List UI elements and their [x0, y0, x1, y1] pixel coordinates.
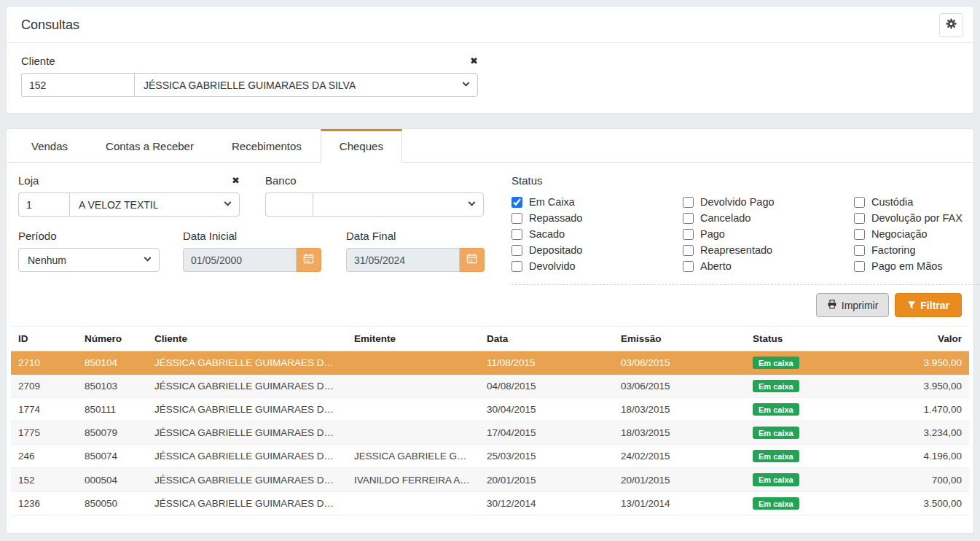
checkbox-input[interactable]: [683, 261, 694, 272]
filters-section: Loja ✖ A VELOZ TEXTIL Banco: [7, 163, 973, 285]
column-header-cliente[interactable]: Cliente: [147, 327, 347, 351]
column-header-emitente[interactable]: Emitente: [347, 327, 479, 351]
status-checkbox[interactable]: Pago em Mãos: [854, 258, 980, 274]
status-checkbox[interactable]: Factoring: [854, 242, 980, 258]
data-inicial-input[interactable]: [183, 248, 297, 272]
status-checkbox[interactable]: Devolução por FAX: [854, 210, 980, 226]
cell-numero: 850079: [77, 421, 147, 445]
loja-label: Loja: [18, 174, 39, 187]
checkbox-input[interactable]: [511, 245, 522, 256]
checkbox-input[interactable]: [854, 213, 865, 224]
cliente-filter: Cliente ✖ JÉSSICA GABRIELLE GUIMARAES DA…: [21, 55, 478, 97]
status-checkbox[interactable]: Negociação: [854, 226, 980, 242]
cell-emissao: 20/01/2015: [614, 468, 745, 491]
checkbox-input[interactable]: [511, 229, 522, 240]
status-checkbox[interactable]: Cancelado: [683, 210, 854, 226]
tab-cheques[interactable]: Cheques: [321, 129, 402, 163]
data-final-input[interactable]: [346, 248, 460, 272]
data-inicial-calendar-button[interactable]: [297, 248, 321, 272]
cliente-code-input[interactable]: [21, 73, 134, 97]
status-badge: Em caixa: [753, 497, 799, 510]
table-row[interactable]: 1774 850111 JÉSSICA GABRIELLE GUIMARAES …: [11, 398, 969, 421]
cell-id: 1236: [11, 491, 77, 515]
status-checkbox[interactable]: Repassado: [511, 210, 683, 226]
cell-numero: 850104: [77, 351, 147, 375]
table-row[interactable]: 1775 850079 JÉSSICA GABRIELLE GUIMARAES …: [11, 421, 969, 445]
imprimir-label: Imprimir: [842, 300, 879, 311]
cell-numero: 850103: [77, 375, 147, 398]
cell-cliente: JÉSSICA GABRIELLE GUIMARAES DA SILVA: [147, 491, 347, 515]
checkbox-input[interactable]: [511, 261, 522, 272]
cell-cliente: JÉSSICA GABRIELLE GUIMARAES DA SILVA: [147, 398, 347, 421]
banco-code-input[interactable]: [265, 192, 313, 217]
settings-button[interactable]: [939, 13, 963, 37]
banco-select[interactable]: [313, 192, 484, 217]
table-row[interactable]: 246 850074 JÉSSICA GABRIELLE GUIMARAES D…: [11, 445, 969, 468]
data-inicial-label: Data Inicial: [183, 230, 237, 242]
status-checkbox[interactable]: Aberto: [683, 258, 854, 274]
table-row[interactable]: 1236 850050 JÉSSICA GABRIELLE GUIMARAES …: [11, 491, 969, 515]
cell-id: 246: [11, 445, 77, 468]
column-header-status[interactable]: Status: [745, 327, 853, 351]
checkbox-input[interactable]: [511, 213, 522, 224]
status-checkbox[interactable]: Em Caixa: [511, 194, 683, 210]
cell-id: 1775: [11, 421, 77, 445]
calendar-icon: [303, 253, 314, 267]
cheques-table: ID Número Cliente Emitente Data Emissão …: [11, 326, 969, 515]
column-header-data[interactable]: Data: [479, 327, 614, 351]
periodo-select[interactable]: Nenhum: [18, 248, 160, 272]
status-checkbox[interactable]: Devolvido: [511, 258, 683, 274]
data-final-calendar-button[interactable]: [460, 248, 485, 272]
status-badge: Em caixa: [753, 450, 799, 462]
filtrar-button[interactable]: Filtrar: [895, 293, 962, 317]
checkbox-input[interactable]: [854, 229, 865, 240]
cell-numero: 850074: [77, 445, 147, 468]
column-header-id[interactable]: ID: [11, 327, 77, 351]
table-row[interactable]: 2709 850103 JÉSSICA GABRIELLE GUIMARAES …: [11, 375, 969, 398]
status-checkbox[interactable]: Reapresentado: [683, 242, 854, 258]
loja-select[interactable]: A VELOZ TEXTIL: [69, 192, 240, 217]
table-row[interactable]: 152 000504 JÉSSICA GABRIELLE GUIMARAES D…: [11, 468, 969, 491]
checkbox-input[interactable]: [854, 197, 865, 208]
checkbox-input[interactable]: [683, 229, 694, 240]
checkbox-input[interactable]: [854, 261, 865, 272]
loja-filter: Loja ✖ A VELOZ TEXTIL: [18, 174, 240, 217]
column-header-numero[interactable]: Número: [77, 327, 147, 351]
cell-data: 20/01/2015: [479, 468, 614, 491]
loja-clear-icon[interactable]: ✖: [232, 176, 240, 185]
checkbox-label: Depositado: [529, 244, 582, 256]
tab-vendas[interactable]: Vendas: [12, 129, 87, 163]
checkbox-label: Devolvido Pago: [700, 196, 775, 208]
checkbox-label: Custódia: [871, 196, 913, 208]
tab-contas-a-receber[interactable]: Contas a Receber: [87, 129, 213, 163]
checkbox-input[interactable]: [683, 213, 694, 224]
cell-data: 30/12/2014: [479, 491, 614, 515]
loja-code-input[interactable]: [18, 192, 69, 217]
status-checkbox[interactable]: Devolvido Pago: [683, 194, 854, 210]
status-checkbox[interactable]: Pago: [683, 226, 854, 242]
calendar-icon: [466, 253, 477, 267]
checkbox-input[interactable]: [854, 245, 865, 256]
cell-status: Em caixa: [745, 398, 853, 421]
column-header-emissao[interactable]: Emissão: [614, 327, 745, 351]
checkbox-input[interactable]: [683, 197, 694, 208]
chevron-down-icon: [463, 79, 470, 87]
cell-numero: 850050: [77, 491, 147, 515]
checkbox-input[interactable]: [683, 245, 694, 256]
cliente-select[interactable]: JÉSSICA GABRIELLE GUIMARAES DA SILVA: [134, 73, 478, 97]
data-inicial-filter: Data Inicial: [183, 230, 321, 272]
cliente-clear-icon[interactable]: ✖: [470, 56, 478, 66]
status-checkbox[interactable]: Custódia: [854, 194, 980, 210]
table-row[interactable]: 2710 850104 JÉSSICA GABRIELLE GUIMARAES …: [11, 351, 969, 375]
cell-valor: 1.470,00: [853, 398, 969, 421]
status-badge: Em caixa: [753, 403, 799, 416]
checkbox-input[interactable]: [511, 197, 522, 208]
cell-emitente: [347, 421, 479, 445]
cell-status: Em caixa: [745, 491, 853, 515]
imprimir-button[interactable]: Imprimir: [816, 293, 890, 317]
tab-recebimentos[interactable]: Recebimentos: [213, 129, 321, 163]
column-header-valor[interactable]: Valor: [853, 327, 969, 351]
status-checkbox[interactable]: Sacado: [511, 226, 683, 242]
status-checkbox[interactable]: Depositado: [511, 242, 683, 258]
banco-filter: Banco: [265, 174, 484, 217]
